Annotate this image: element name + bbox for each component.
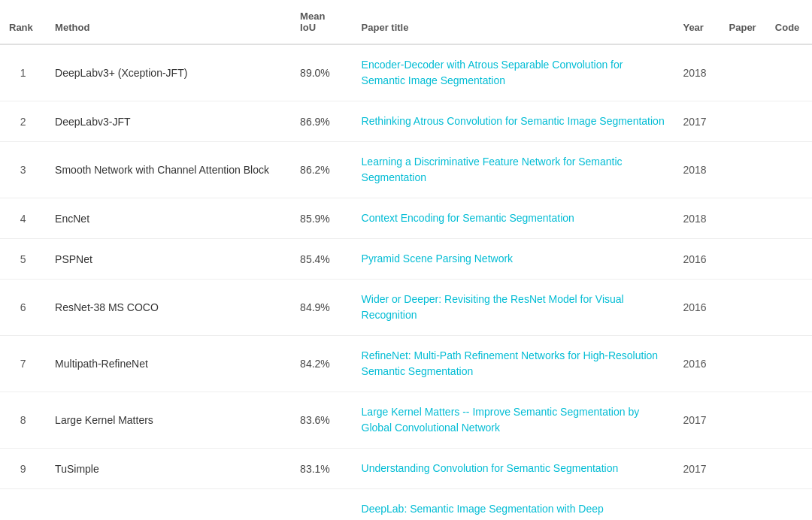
leaderboard-container: Rank Method Mean IoU Paper title Year Pa…: [0, 0, 812, 520]
iou-cell: 85.4%: [291, 239, 352, 280]
table-row: 6ResNet-38 MS COCO84.9%Wider or Deeper: …: [0, 280, 812, 336]
iou-cell: 86.9%: [291, 101, 352, 142]
year-cell: 2016: [674, 336, 720, 392]
code-link-cell: [766, 44, 812, 101]
paper-title-cell[interactable]: Large Kernel Matters -- Improve Semantic…: [353, 392, 674, 449]
method-cell: PSPNet: [46, 239, 291, 280]
year-cell: 2017: [674, 101, 720, 142]
method-cell: DeepLab-CRF (ResNet-101): [46, 489, 291, 521]
paper-title-cell[interactable]: RefineNet: Multi-Path Refinement Network…: [353, 336, 674, 392]
method-name: Multipath-RefineNet: [55, 358, 148, 370]
code-link-cell: [766, 489, 812, 521]
paper-title-cell[interactable]: Context Encoding for Semantic Segmentati…: [353, 198, 674, 239]
paper-title-cell[interactable]: Rethinking Atrous Convolution for Semant…: [353, 101, 674, 142]
paper-title-link[interactable]: Learning a Discriminative Feature Networ…: [362, 156, 623, 183]
paper-title-cell[interactable]: Wider or Deeper: Revisiting the ResNet M…: [353, 280, 674, 336]
rank-cell: 5: [0, 239, 46, 280]
year-cell: 2016: [674, 489, 720, 521]
paper-title-link[interactable]: Encoder-Decoder with Atrous Separable Co…: [362, 59, 623, 86]
iou-cell: 83.6%: [291, 392, 352, 449]
paper-title-link[interactable]: Large Kernel Matters -- Improve Semantic…: [362, 406, 640, 434]
year-cell: 2016: [674, 239, 720, 280]
paper-title-cell[interactable]: Understanding Convolution for Semantic S…: [353, 449, 674, 489]
year-cell: 2018: [674, 198, 720, 239]
paper-link-cell: [720, 336, 766, 392]
paper-title-link[interactable]: Understanding Convolution for Semantic S…: [362, 462, 619, 474]
table-row: 7Multipath-RefineNet84.2%RefineNet: Mult…: [0, 336, 812, 392]
paper-title-link[interactable]: Rethinking Atrous Convolution for Semant…: [362, 115, 665, 127]
paper-title-cell[interactable]: Pyramid Scene Parsing Network: [353, 239, 674, 280]
table-row: 2DeepLabv3-JFT86.9%Rethinking Atrous Con…: [0, 101, 812, 142]
method-name: ResNet-38 MS COCO: [55, 301, 159, 313]
rank-header: Rank: [0, 0, 46, 44]
table-row: 8Large Kernel Matters83.6%Large Kernel M…: [0, 392, 812, 449]
iou-cell: 84.2%: [291, 336, 352, 392]
year-cell: 2018: [674, 44, 720, 101]
method-name: DeepLabv3+ (Xception-JFT): [55, 67, 187, 79]
paper-link-cell: [720, 392, 766, 449]
method-name: DeepLabv3-JFT: [55, 116, 130, 128]
paper-link-cell: [720, 449, 766, 489]
table-row: 3Smooth Network with Channel Attention B…: [0, 142, 812, 198]
paper-title-link[interactable]: DeepLab: Semantic Image Segmentation wit…: [362, 503, 647, 520]
code-link-cell: [766, 101, 812, 142]
method-name: TuSimple: [55, 463, 99, 475]
method-header: Method: [46, 0, 291, 44]
paper-link-cell: [720, 198, 766, 239]
method-cell: Smooth Network with Channel Attention Bl…: [46, 142, 291, 198]
paper-header: Paper: [720, 0, 766, 44]
rank-cell: 10: [0, 489, 46, 521]
method-name: Large Kernel Matters: [55, 414, 153, 426]
table-row: 4EncNet85.9%Context Encoding for Semanti…: [0, 198, 812, 239]
method-cell: DeepLabv3+ (Xception-JFT): [46, 44, 291, 101]
year-cell: 2017: [674, 449, 720, 489]
method-cell: TuSimple: [46, 449, 291, 489]
paper-title-cell[interactable]: Learning a Discriminative Feature Networ…: [353, 142, 674, 198]
paper-title-link[interactable]: Context Encoding for Semantic Segmentati…: [362, 212, 574, 224]
paper-link-cell: [720, 101, 766, 142]
year-cell: 2018: [674, 142, 720, 198]
year-header: Year: [674, 0, 720, 44]
year-cell: 2016: [674, 280, 720, 336]
iou-cell: 84.9%: [291, 280, 352, 336]
paper-title-link[interactable]: Pyramid Scene Parsing Network: [362, 252, 514, 265]
leaderboard-table: Rank Method Mean IoU Paper title Year Pa…: [0, 0, 812, 520]
method-name: EncNet: [55, 213, 89, 225]
paper-title-link[interactable]: Wider or Deeper: Revisiting the ResNet M…: [362, 293, 624, 321]
code-link-cell: [766, 449, 812, 489]
code-link-cell: [766, 198, 812, 239]
iou-cell: 85.9%: [291, 198, 352, 239]
rank-cell: 8: [0, 392, 46, 449]
iou-cell: 83.1%: [291, 449, 352, 489]
paper-link-cell: [720, 239, 766, 280]
paper-title-link[interactable]: RefineNet: Multi-Path Refinement Network…: [362, 349, 659, 377]
method-name: Smooth Network with Channel Attention Bl…: [55, 164, 269, 176]
method-cell: EncNet: [46, 198, 291, 239]
rank-cell: 4: [0, 198, 46, 239]
method-cell: DeepLabv3-JFT: [46, 101, 291, 142]
code-link-cell: [766, 280, 812, 336]
paper-link-cell: [720, 489, 766, 521]
iou-cell: 79.7%: [291, 489, 352, 521]
iou-cell: 86.2%: [291, 142, 352, 198]
method-name: PSPNet: [55, 253, 92, 265]
method-cell: Large Kernel Matters: [46, 392, 291, 449]
iou-header: Mean IoU: [291, 0, 352, 44]
code-link-cell: [766, 142, 812, 198]
code-header: Code: [766, 0, 812, 44]
rank-cell: 6: [0, 280, 46, 336]
table-row: 10DeepLab-CRF (ResNet-101)79.7%DeepLab: …: [0, 489, 812, 521]
paper-title-cell[interactable]: Encoder-Decoder with Atrous Separable Co…: [353, 44, 674, 101]
table-body: 1DeepLabv3+ (Xception-JFT)89.0%Encoder-D…: [0, 44, 812, 520]
table-row: 5PSPNet85.4%Pyramid Scene Parsing Networ…: [0, 239, 812, 280]
rank-cell: 3: [0, 142, 46, 198]
code-link-cell: [766, 239, 812, 280]
method-cell: ResNet-38 MS COCO: [46, 280, 291, 336]
iou-cell: 89.0%: [291, 44, 352, 101]
paper-link-cell: [720, 142, 766, 198]
rank-cell: 7: [0, 336, 46, 392]
paper-title-cell[interactable]: DeepLab: Semantic Image Segmentation wit…: [353, 489, 674, 521]
code-link-cell: [766, 336, 812, 392]
table-row: 1DeepLabv3+ (Xception-JFT)89.0%Encoder-D…: [0, 44, 812, 101]
table-row: 9TuSimple83.1%Understanding Convolution …: [0, 449, 812, 489]
